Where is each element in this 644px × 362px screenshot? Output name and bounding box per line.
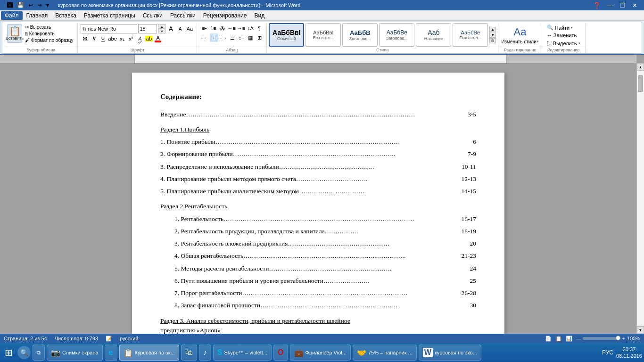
styles-scroll-down-btn[interactable]: ▼: [489, 33, 496, 38]
word-taskbar-btn[interactable]: W курсовая по эко...: [419, 345, 481, 361]
minimize-btn[interactable]: —: [604, 2, 616, 9]
menu-review[interactable]: Рецензирование: [199, 11, 251, 20]
style-no-int-preview: АаБбВвI: [313, 30, 333, 35]
align-center-btn[interactable]: ≡: [210, 33, 218, 42]
sort-btn[interactable]: ↕A: [246, 24, 255, 33]
editing-group-label: Редактирование: [542, 47, 585, 52]
font-size-input[interactable]: [138, 24, 157, 33]
menu-page-layout[interactable]: Разметка страницы: [80, 11, 139, 20]
styles-scroll-more-btn[interactable]: ⊟: [489, 38, 496, 43]
highlight-icon: ab: [145, 36, 153, 41]
scroll-up-btn[interactable]: ▲: [637, 63, 644, 71]
text-effects-btn[interactable]: A: [136, 34, 144, 43]
decrease-indent-btn[interactable]: ←≡: [227, 24, 236, 33]
menu-insert[interactable]: Вставка: [51, 11, 80, 20]
bold-btn[interactable]: Ж: [81, 34, 89, 43]
find-btn[interactable]: 🔍 Найти ▾: [545, 24, 575, 31]
document-container[interactable]: Содержание: Введение………………………………………………………: [0, 63, 636, 334]
skype-icon: S: [217, 348, 223, 357]
taskview-btn[interactable]: ⧉: [33, 345, 45, 361]
zoom-slider[interactable]: [583, 337, 620, 340]
qa-dropdown-btn[interactable]: ▾: [45, 1, 50, 9]
opera-btn[interactable]: O: [273, 345, 288, 361]
font-name-input[interactable]: [81, 24, 137, 33]
lang-indicator: РУС: [602, 349, 613, 356]
select-btn[interactable]: ⬚ Выделить ▾: [545, 40, 582, 47]
align-left-btn[interactable]: ≡←: [200, 33, 209, 42]
skype-btn[interactable]: S Skype™ – violett...: [213, 345, 272, 361]
store-btn[interactable]: 🛍: [181, 345, 197, 361]
justify-btn[interactable]: ☰: [228, 33, 237, 42]
align-right-btn[interactable]: ≡→: [219, 33, 228, 42]
style-title-btn[interactable]: Ааб Название: [416, 23, 451, 47]
scroll-down-btn[interactable]: ▼: [637, 326, 644, 334]
italic-btn[interactable]: К: [90, 34, 98, 43]
style-heading2-btn[interactable]: АаБбВе Заголово...: [379, 23, 414, 47]
increase-font-btn[interactable]: ▲: [158, 24, 165, 29]
decrease-font-btn[interactable]: ▼: [158, 29, 165, 33]
strikethrough-btn[interactable]: abe: [107, 34, 117, 43]
doc-2-7-page: 26-28: [462, 288, 477, 298]
paragraph-group: ≡• 1≡ ⁂ ←≡ →≡ ↕A ¶ ≡← ≡ ≡→ ☰ ↕≡ ▦: [197, 23, 267, 52]
status-right: 📄 📋 📊 — + 100%: [545, 336, 640, 342]
menu-mailings[interactable]: Рассылки: [166, 11, 199, 20]
shading-btn[interactable]: ▦: [246, 33, 255, 42]
text-highlight-btn[interactable]: ab: [145, 34, 153, 43]
redo-btn[interactable]: ↪: [36, 1, 43, 9]
style-heading1-btn[interactable]: АаБбВ Заголово...: [342, 23, 378, 47]
clear-format-btn[interactable]: Аа: [185, 25, 194, 33]
doc-2-6-text: 6. Пути повышения прибыли и уровня рента…: [174, 276, 370, 286]
undo-btn[interactable]: ↩: [27, 1, 34, 9]
superscript-btn[interactable]: х²: [127, 34, 135, 43]
word-icon-btn[interactable]: 🆆: [6, 1, 14, 9]
layout-btn[interactable]: 📄: [545, 336, 552, 342]
change-styles-btn[interactable]: Изменить стили▾: [501, 39, 538, 44]
font-color-btn[interactable]: A: [154, 34, 162, 43]
underline-btn[interactable]: Ч: [99, 34, 107, 43]
cut-btn[interactable]: ✂ Вырезать: [24, 24, 74, 30]
zoom-in-btn[interactable]: +: [622, 336, 625, 341]
start-btn[interactable]: ⊞: [2, 347, 16, 358]
zoom-out-btn[interactable]: —: [576, 336, 581, 341]
multilevel-btn[interactable]: ⁂: [218, 24, 226, 33]
vertical-scrollbar[interactable]: ▲ ▼: [636, 63, 644, 334]
doc-2-2-page: 18-19: [462, 227, 477, 236]
style-normal-btn[interactable]: АаБбВвI Обычный: [269, 23, 304, 47]
search-btn[interactable]: 🔍: [17, 346, 31, 359]
snimki-btn[interactable]: 📷 Снимки экрана: [47, 345, 103, 361]
format-painter-btn[interactable]: 🖌 Формат по образцу: [24, 37, 74, 43]
music-btn[interactable]: ♪: [199, 345, 211, 361]
menu-references[interactable]: Ссылки: [139, 11, 166, 20]
bullets-btn[interactable]: ≡•: [200, 24, 208, 33]
increase-indent-btn[interactable]: →≡: [237, 24, 246, 33]
line-spacing-btn[interactable]: ↕≡: [237, 33, 246, 42]
replace-btn[interactable]: ↔ Заменить: [545, 32, 578, 39]
menu-file[interactable]: Файл: [1, 11, 23, 20]
scroll-thumb[interactable]: [638, 75, 643, 92]
menu-home[interactable]: Главная: [23, 11, 52, 20]
style-subtitle-btn[interactable]: АаБбВе Подзагол...: [453, 23, 488, 47]
help-icon-btn[interactable]: ❓: [590, 2, 603, 9]
paste-btn[interactable]: 📋 Вставить: [7, 24, 22, 43]
style-no-int-btn[interactable]: АаБбВвI Без инте...: [305, 23, 341, 47]
layout-btn-2[interactable]: 📋: [555, 336, 562, 342]
freelancer-btn[interactable]: 💼 Фрилансер Viol...: [290, 345, 351, 361]
copy-btn[interactable]: ⎘ Копировать: [24, 31, 74, 37]
kursovaya-word-btn[interactable]: 📋 Курсовая по эк...: [119, 345, 179, 361]
styles-scroll-up-btn[interactable]: ▲: [489, 27, 496, 32]
copy-icon: ⎘: [25, 31, 28, 36]
partner-btn[interactable]: 🤝 75% – напарник ...: [353, 345, 417, 361]
borders-btn[interactable]: ⊞: [255, 33, 264, 42]
close-btn[interactable]: ✕: [629, 2, 640, 9]
maximize-btn[interactable]: ❐: [617, 2, 628, 9]
menu-view[interactable]: Вид: [250, 11, 268, 20]
shrink-font-btn[interactable]: A: [176, 25, 184, 33]
edge-btn[interactable]: e: [105, 345, 117, 361]
save-btn[interactable]: 💾: [16, 1, 25, 9]
show-formatting-btn[interactable]: ¶: [255, 24, 264, 33]
subscript-btn[interactable]: х₁: [118, 34, 126, 43]
numbering-btn[interactable]: 1≡: [209, 24, 217, 33]
doc-line-1-1: 1. Понятие прибыли……………………………………………………………: [160, 137, 476, 147]
layout-btn-3[interactable]: 📊: [566, 336, 572, 342]
grow-font-btn[interactable]: A: [166, 25, 175, 33]
